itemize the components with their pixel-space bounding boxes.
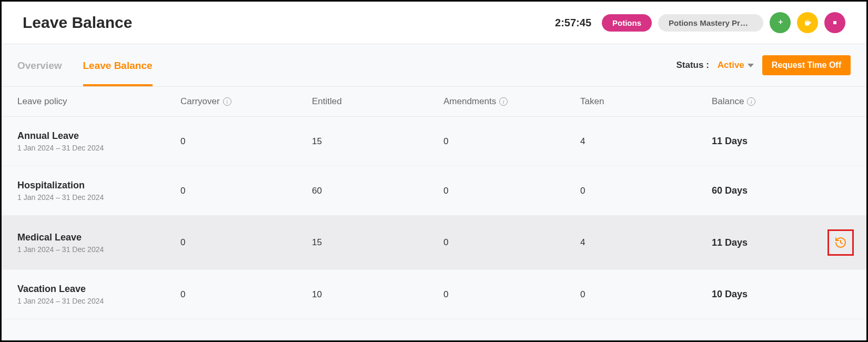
connect-button[interactable] [770, 12, 791, 33]
table-row[interactable]: Annual Leave1 Jan 2024 – 31 Dec 20240150… [2, 117, 866, 166]
leave-name: Annual Leave [17, 130, 180, 142]
taken-cell: 0 [580, 289, 712, 300]
coffee-icon [803, 18, 812, 27]
break-button[interactable] [797, 12, 818, 33]
header-controls: 2:57:45 Potions Potions Mastery Progr… [555, 12, 845, 33]
col-taken: Taken [580, 96, 712, 107]
entitled-cell: 10 [312, 289, 443, 300]
context-pill-primary[interactable]: Potions [602, 14, 652, 32]
stop-icon [830, 18, 840, 27]
leave-policy-cell: Hospitalization1 Jan 2024 – 31 Dec 2024 [17, 180, 180, 202]
page-title: Leave Balance [23, 14, 132, 32]
leave-name: Hospitalization [17, 180, 180, 191]
actions-cell [827, 229, 854, 256]
leave-dates: 1 Jan 2024 – 31 Dec 2024 [17, 245, 180, 254]
table-row[interactable]: Vacation Leave1 Jan 2024 – 31 Dec 202401… [2, 270, 866, 319]
carryover-cell: 0 [180, 136, 312, 147]
history-button[interactable] [827, 229, 854, 256]
info-icon[interactable]: i [499, 97, 508, 106]
entitled-cell: 15 [312, 237, 443, 248]
leave-dates: 1 Jan 2024 – 31 Dec 2024 [17, 144, 180, 152]
tab-overview[interactable]: Overview [17, 44, 62, 86]
leave-policy-cell: Medical Leave1 Jan 2024 – 31 Dec 2024 [17, 232, 180, 254]
col-amendments: Amendments i [443, 96, 580, 107]
content-area: Overview Leave Balance Status : Active R… [2, 44, 866, 319]
col-carryover: Carryover i [180, 96, 312, 107]
col-amendments-label: Amendments [443, 96, 496, 107]
status-value-text: Active [718, 60, 744, 71]
tabs: Overview Leave Balance [17, 44, 153, 86]
table-row[interactable]: Medical Leave1 Jan 2024 – 31 Dec 2024015… [2, 216, 866, 270]
request-time-off-button[interactable]: Request Time Off [762, 55, 851, 75]
col-entitled: Entitled [312, 96, 443, 107]
leave-dates: 1 Jan 2024 – 31 Dec 2024 [17, 193, 180, 202]
amendments-cell: 0 [443, 186, 580, 196]
taken-cell: 4 [580, 136, 712, 147]
leave-name: Medical Leave [17, 232, 180, 243]
status-label: Status : [676, 60, 709, 71]
table-header: Leave policy Carryover i Entitled Amendm… [2, 87, 866, 117]
context-pill-secondary[interactable]: Potions Mastery Progr… [658, 14, 763, 32]
amendments-cell: 0 [443, 136, 580, 147]
col-leave-policy: Leave policy [17, 96, 180, 107]
stop-button[interactable] [824, 12, 845, 33]
table-row[interactable]: Hospitalization1 Jan 2024 – 31 Dec 20240… [2, 166, 866, 216]
balance-cell: 11 Days [712, 136, 827, 147]
col-carryover-label: Carryover [180, 96, 220, 107]
col-balance: Balance i [712, 96, 827, 107]
tab-leave-balance[interactable]: Leave Balance [83, 44, 153, 86]
entitled-cell: 60 [312, 186, 443, 196]
balance-cell: 10 Days [712, 289, 827, 300]
history-icon [834, 236, 847, 249]
tabs-bar: Overview Leave Balance Status : Active R… [2, 44, 866, 87]
taken-cell: 4 [580, 237, 712, 248]
leave-policy-cell: Vacation Leave1 Jan 2024 – 31 Dec 2024 [17, 284, 180, 305]
info-icon[interactable]: i [747, 97, 755, 106]
timer: 2:57:45 [555, 17, 591, 29]
carryover-cell: 0 [180, 186, 312, 196]
caret-down-icon [748, 64, 754, 67]
balance-cell: 11 Days [712, 237, 827, 248]
status-dropdown[interactable]: Active [718, 60, 754, 71]
carryover-cell: 0 [180, 289, 312, 300]
taken-cell: 0 [580, 186, 712, 196]
info-icon[interactable]: i [223, 97, 231, 106]
amendments-cell: 0 [443, 237, 580, 248]
amendments-cell: 0 [443, 289, 580, 300]
svg-rect-0 [833, 21, 836, 24]
leave-policy-cell: Annual Leave1 Jan 2024 – 31 Dec 2024 [17, 130, 180, 152]
leave-name: Vacation Leave [17, 284, 180, 295]
table-body: Annual Leave1 Jan 2024 – 31 Dec 20240150… [2, 117, 866, 319]
balance-cell: 60 Days [712, 185, 827, 196]
carryover-cell: 0 [180, 237, 312, 248]
leave-dates: 1 Jan 2024 – 31 Dec 2024 [17, 297, 180, 305]
plug-icon [775, 18, 785, 27]
page-header: Leave Balance 2:57:45 Potions Potions Ma… [2, 2, 866, 44]
entitled-cell: 15 [312, 136, 443, 147]
col-balance-label: Balance [712, 96, 744, 107]
tabs-right: Status : Active Request Time Off [676, 55, 851, 75]
